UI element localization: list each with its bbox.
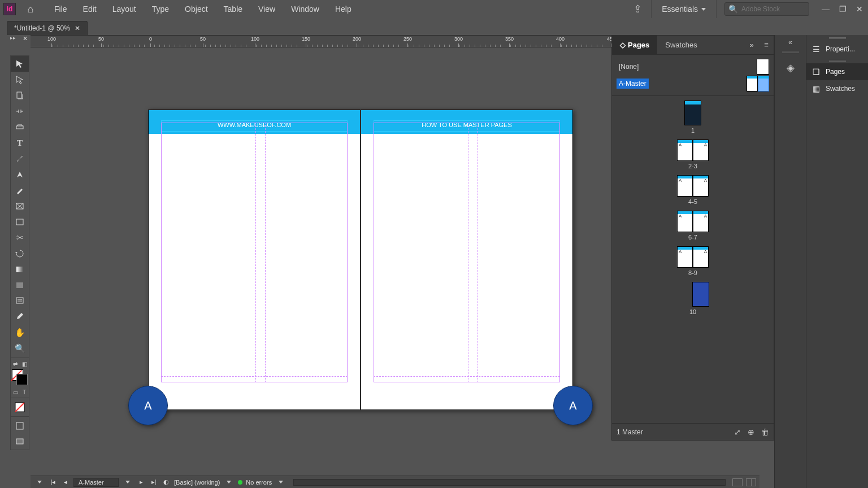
master-a-thumb[interactable] xyxy=(747,76,769,91)
view-mode-normal-icon[interactable] xyxy=(11,418,29,434)
page-caption: 10 xyxy=(689,308,696,315)
page-thumb-10[interactable]: 10 xyxy=(612,282,774,315)
panel-expand-arrows[interactable]: ▸▸ xyxy=(10,35,16,41)
formatting-text-icon[interactable]: T xyxy=(20,387,29,396)
edit-page-size-icon[interactable]: ⤢ xyxy=(734,428,741,437)
page-tool[interactable] xyxy=(11,88,29,103)
prev-spread-button[interactable]: ◂ xyxy=(61,478,70,486)
gradient-feather-tool[interactable] xyxy=(11,277,29,293)
page-thumb-4-5[interactable]: AA4-5 xyxy=(612,175,774,205)
default-fill-stroke-icon[interactable]: ◧ xyxy=(20,359,29,368)
scissors-tool[interactable]: ✂ xyxy=(11,230,29,246)
expand-panels-icon[interactable]: « xyxy=(788,38,792,46)
swatches-panel-button[interactable]: ▦ Swatches xyxy=(806,80,868,97)
direct-selection-tool[interactable] xyxy=(11,72,29,88)
window-minimize[interactable]: — xyxy=(817,5,834,14)
delete-page-icon[interactable]: 🗑 xyxy=(761,428,769,437)
pages-footer-label: 1 Master xyxy=(617,428,643,436)
stroke-swatch[interactable] xyxy=(16,374,28,385)
type-tool[interactable]: T xyxy=(11,135,29,151)
window-close[interactable]: ✕ xyxy=(851,5,868,14)
stock-search[interactable]: 🔍 xyxy=(724,2,809,16)
apply-color-icon[interactable] xyxy=(11,399,29,415)
master-a-row[interactable]: A-Master xyxy=(617,75,769,92)
document-tab[interactable]: *Untitled-1 @ 50% ✕ xyxy=(7,21,88,35)
page-dropdown[interactable] xyxy=(122,481,133,483)
menu-window[interactable]: Window xyxy=(283,0,327,18)
menu-file[interactable]: File xyxy=(46,0,75,18)
page-field[interactable]: A-Master xyxy=(73,478,119,487)
window-restore[interactable]: ❐ xyxy=(834,5,851,14)
free-transform-tool[interactable] xyxy=(11,246,29,262)
hand-tool[interactable]: ✋ xyxy=(11,325,29,341)
screen-mode-icon[interactable] xyxy=(11,434,29,450)
pen-tool[interactable] xyxy=(11,167,29,182)
close-icon[interactable]: ✕ xyxy=(75,24,80,32)
formatting-container-icon[interactable]: ▭ xyxy=(11,387,20,396)
fill-stroke-proxy[interactable] xyxy=(11,368,29,387)
menu-view[interactable]: View xyxy=(250,0,283,18)
right-master-page[interactable]: HOW TO USE MASTER PAGES A xyxy=(361,110,573,410)
page-thumb-6-7[interactable]: AA6-7 xyxy=(612,211,774,241)
workspace-switcher[interactable]: Essentials xyxy=(651,0,717,18)
errors-label[interactable]: No errors xyxy=(246,479,272,486)
view-split-icon[interactable] xyxy=(746,478,756,486)
dock-grip[interactable] xyxy=(806,35,868,41)
note-tool[interactable] xyxy=(11,293,29,309)
gradient-swatch-tool[interactable] xyxy=(11,262,29,277)
gap-tool[interactable] xyxy=(11,103,29,119)
pencil-tool[interactable] xyxy=(11,182,29,198)
page-thumb-8-9[interactable]: AA8-9 xyxy=(612,246,774,276)
panel-close-icon[interactable]: ✕ xyxy=(23,35,28,42)
left-page-badge[interactable]: A xyxy=(128,386,168,425)
zoom-dropdown[interactable] xyxy=(34,481,45,483)
pages-tab[interactable]: ◇ Pages xyxy=(612,36,657,55)
dock-grip[interactable] xyxy=(782,51,799,53)
swatches-tab[interactable]: Swatches xyxy=(657,36,705,55)
properties-panel-button[interactable]: ☰ Properti... xyxy=(806,41,868,58)
pages-panel-button[interactable]: ❏ Pages xyxy=(806,63,868,80)
rectangle-frame-tool[interactable] xyxy=(11,198,29,214)
rectangle-tool[interactable] xyxy=(11,214,29,230)
errors-dropdown[interactable] xyxy=(275,481,287,483)
next-spread-button[interactable]: ▸ xyxy=(137,478,146,486)
preflight-profile[interactable]: [Basic] (working) xyxy=(174,479,220,486)
menu-help[interactable]: Help xyxy=(327,0,359,18)
menu-object[interactable]: Object xyxy=(177,0,215,18)
svg-rect-0 xyxy=(17,92,21,98)
profile-dropdown[interactable] xyxy=(223,481,235,483)
menu-type[interactable]: Type xyxy=(144,0,177,18)
content-collector-tool[interactable] xyxy=(11,119,29,135)
page-thumb-1[interactable]: 1 xyxy=(612,101,774,134)
share-icon[interactable]: ⇪ xyxy=(627,3,648,15)
line-tool[interactable] xyxy=(11,151,29,167)
properties-icon: ☰ xyxy=(811,44,821,54)
left-master-page[interactable]: WWW.MAKEUSEOF.COM A xyxy=(148,110,361,410)
zoom-tool[interactable]: 🔍 xyxy=(11,341,29,356)
menu-table[interactable]: Table xyxy=(216,0,250,18)
panel-menu-icon[interactable]: ≡ xyxy=(759,41,774,49)
eyedropper-tool[interactable] xyxy=(11,309,29,325)
selection-tool[interactable] xyxy=(11,56,29,72)
stock-search-input[interactable] xyxy=(741,5,805,13)
page-thumb-2-3[interactable]: AA2-3 xyxy=(612,140,774,169)
preflight-icon[interactable]: ◐ xyxy=(162,478,171,486)
new-page-icon[interactable]: ⊕ xyxy=(748,428,754,437)
page-caption: 8-9 xyxy=(688,269,697,276)
master-none-row[interactable]: [None] xyxy=(617,58,769,75)
home-button[interactable]: ⌂ xyxy=(21,3,40,15)
master-none-thumb[interactable] xyxy=(757,59,769,75)
last-spread-button[interactable]: ▸| xyxy=(149,478,158,486)
menu-layout[interactable]: Layout xyxy=(105,0,144,18)
document-tab-title: *Untitled-1 @ 50% xyxy=(14,24,70,32)
view-single-icon[interactable] xyxy=(732,478,743,486)
menu-edit[interactable]: Edit xyxy=(75,0,105,18)
right-page-badge[interactable]: A xyxy=(553,386,593,425)
master-spread[interactable]: WWW.MAKEUSEOF.COM A HOW TO USE MASTER PA… xyxy=(148,110,573,410)
horizontal-scrollbar[interactable] xyxy=(293,479,726,486)
layers-panel-icon[interactable]: ◈ xyxy=(779,56,802,79)
first-spread-button[interactable]: |◂ xyxy=(49,478,58,486)
collapse-panel-icon[interactable]: » xyxy=(744,41,759,49)
dock-grip[interactable] xyxy=(806,58,868,63)
fill-stroke-swap-icon[interactable]: ⇄ xyxy=(11,359,20,368)
